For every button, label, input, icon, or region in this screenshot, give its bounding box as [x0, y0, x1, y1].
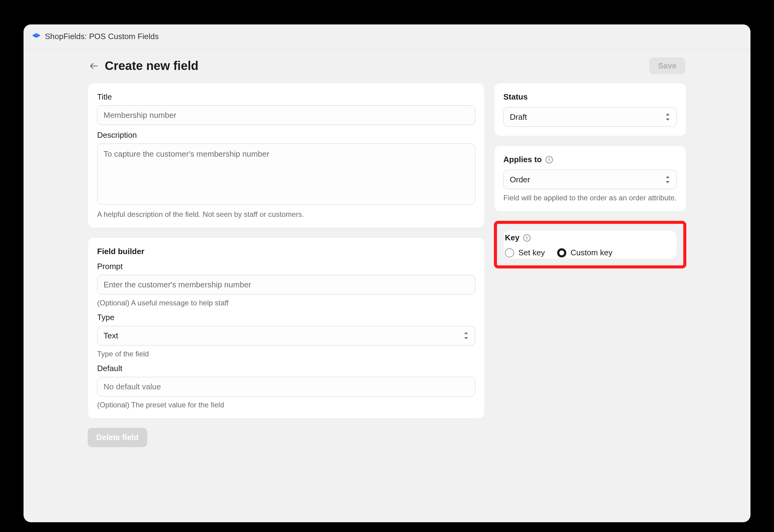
updown-icon	[665, 113, 670, 121]
topbar: ShopFields: POS Custom Fields	[24, 24, 750, 49]
updown-icon	[463, 332, 469, 339]
description-label: Description	[97, 130, 475, 140]
title-label: Title	[97, 92, 475, 102]
type-select[interactable]: Text	[97, 326, 475, 345]
page-title: Create new field	[105, 59, 199, 73]
status-value: Draft	[510, 112, 527, 122]
main-column: Title Description A helpful description …	[88, 83, 485, 447]
app-window: ShopFields: POS Custom Fields Create new…	[24, 24, 750, 522]
applies-to-title: Applies to i	[503, 155, 677, 164]
field-builder-title: Field builder	[97, 247, 475, 256]
delete-field-button[interactable]: Delete field	[88, 428, 147, 447]
applies-to-value: Order	[510, 175, 530, 184]
updown-icon	[665, 176, 670, 183]
app-logo-icon	[32, 32, 41, 41]
content-area: Create new field Save Title Description …	[24, 49, 750, 522]
radio-unchecked-icon	[505, 248, 514, 257]
info-icon[interactable]: i	[523, 234, 531, 242]
radio-custom-key-label: Custom key	[571, 248, 612, 257]
radio-custom-key[interactable]: Custom key	[557, 248, 612, 257]
description-input[interactable]	[97, 144, 475, 205]
key-title-text: Key	[505, 233, 520, 242]
radio-checked-icon	[557, 248, 566, 257]
status-card: Status Draft	[494, 83, 686, 136]
applies-to-help: Field will be applied to the order as an…	[503, 194, 677, 202]
title-card: Title Description A helpful description …	[88, 83, 485, 228]
prompt-input[interactable]	[97, 275, 475, 294]
info-icon[interactable]: i	[546, 156, 553, 163]
type-label: Type	[97, 313, 475, 322]
prompt-help: (Optional) A useful message to help staf…	[97, 299, 475, 307]
applies-to-select[interactable]: Order	[503, 170, 677, 189]
applies-to-card: Applies to i Order Field will be applied…	[494, 145, 686, 212]
page-header: Create new field Save	[88, 57, 686, 74]
key-card: Key i Set key Custom key	[504, 231, 677, 259]
page: Create new field Save Title Description …	[88, 57, 686, 514]
layout: Title Description A helpful description …	[88, 83, 686, 447]
type-help: Type of the field	[97, 350, 475, 358]
title-input[interactable]	[97, 105, 475, 125]
radio-set-key-label: Set key	[518, 248, 545, 257]
type-value: Text	[104, 331, 118, 341]
app-title: ShopFields: POS Custom Fields	[45, 32, 159, 41]
status-title: Status	[503, 92, 677, 102]
status-select[interactable]: Draft	[503, 107, 677, 127]
back-button[interactable]	[89, 61, 99, 71]
default-help: (Optional) The preset value for the fiel…	[97, 401, 475, 409]
header-left: Create new field	[89, 59, 199, 73]
side-column: Status Draft Applies to i Order	[494, 83, 686, 268]
prompt-label: Prompt	[97, 262, 475, 271]
key-card-highlight: Key i Set key Custom key	[494, 221, 686, 268]
default-input[interactable]	[97, 377, 475, 396]
field-builder-card: Field builder Prompt (Optional) A useful…	[88, 237, 485, 419]
key-radio-group: Set key Custom key	[505, 248, 675, 257]
description-help: A helpful description of the field. Not …	[97, 210, 475, 219]
radio-set-key[interactable]: Set key	[505, 248, 545, 257]
default-label: Default	[97, 364, 475, 373]
save-button[interactable]: Save	[649, 57, 685, 74]
applies-to-title-text: Applies to	[503, 155, 542, 164]
key-title: Key i	[505, 233, 675, 242]
